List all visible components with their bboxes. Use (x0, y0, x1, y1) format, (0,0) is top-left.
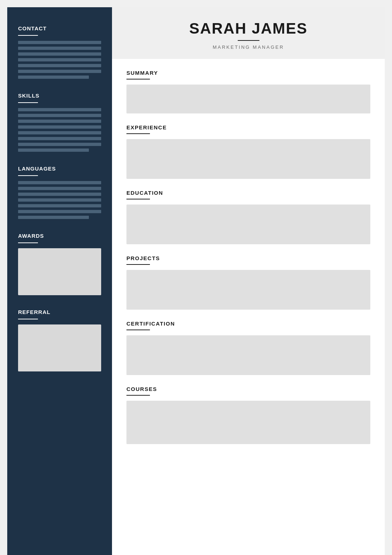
main-content: SARAH JAMES MARKETING MANAGER SUMMARY EX… (112, 7, 385, 555)
section-courses: COURSES (126, 386, 370, 444)
projects-content (126, 270, 370, 310)
skills-line-1 (18, 108, 101, 111)
contact-line-3 (18, 52, 101, 56)
languages-line-6 (18, 210, 101, 213)
certification-divider (126, 330, 150, 330)
courses-title: COURSES (126, 386, 370, 392)
contact-line-7 (18, 76, 89, 79)
skills-line-6 (18, 137, 101, 140)
contact-line-1 (18, 41, 101, 44)
sidebar-contact-divider (18, 35, 38, 36)
experience-divider (126, 133, 150, 134)
section-education: EDUCATION (126, 190, 370, 244)
referral-box (18, 324, 101, 371)
contact-line-4 (18, 58, 101, 61)
sidebar-section-awards: AWARDS (18, 233, 101, 295)
section-projects: PROJECTS (126, 255, 370, 310)
section-summary: SUMMARY (126, 70, 370, 113)
skills-line-5 (18, 131, 101, 134)
sidebar-referral-title: REFERRAL (18, 309, 101, 315)
sidebar-skills-title: SKILLS (18, 92, 101, 99)
sidebar-section-languages: LANGUAGES (18, 165, 101, 219)
sidebar-languages-divider (18, 175, 38, 176)
contact-lines (18, 41, 101, 79)
languages-line-2 (18, 187, 101, 190)
experience-title: EXPERIENCE (126, 124, 370, 130)
section-experience: EXPERIENCE (126, 124, 370, 179)
courses-content (126, 401, 370, 444)
languages-line-3 (18, 193, 101, 196)
contact-line-5 (18, 64, 101, 67)
contact-line-6 (18, 70, 101, 73)
awards-box (18, 248, 101, 295)
sidebar-section-referral: REFERRAL (18, 309, 101, 371)
sidebar-awards-divider (18, 242, 38, 243)
skills-line-4 (18, 125, 101, 129)
skills-line-8 (18, 149, 89, 152)
projects-divider (126, 264, 150, 265)
sidebar-referral-divider (18, 319, 38, 319)
languages-line-4 (18, 198, 101, 202)
skills-line-3 (18, 120, 101, 123)
skills-line-2 (18, 114, 101, 117)
experience-content (126, 139, 370, 179)
sidebar-section-contact: CONTACT (18, 25, 101, 79)
certification-title: CERTIFICATION (126, 320, 370, 327)
languages-line-7 (18, 216, 89, 219)
sidebar-section-skills: SKILLS (18, 92, 101, 152)
sidebar-languages-title: LANGUAGES (18, 165, 101, 172)
sidebar: CONTACT SKILLS (7, 7, 112, 555)
skills-line-7 (18, 143, 101, 146)
sidebar-awards-title: AWARDS (18, 233, 101, 239)
resume-header: SARAH JAMES MARKETING MANAGER (112, 7, 385, 59)
summary-title: SUMMARY (126, 70, 370, 76)
languages-line-1 (18, 181, 101, 184)
languages-lines (18, 181, 101, 219)
certification-content (126, 335, 370, 375)
education-title: EDUCATION (126, 190, 370, 196)
header-divider (238, 40, 259, 41)
courses-divider (126, 395, 150, 396)
skills-lines (18, 108, 101, 152)
projects-title: PROJECTS (126, 255, 370, 261)
section-certification: CERTIFICATION (126, 320, 370, 375)
contact-line-2 (18, 47, 101, 50)
summary-divider (126, 79, 150, 79)
summary-content (126, 85, 370, 113)
education-divider (126, 199, 150, 199)
candidate-name: SARAH JAMES (126, 20, 370, 37)
education-content (126, 205, 370, 244)
languages-line-5 (18, 204, 101, 207)
candidate-title: MARKETING MANAGER (126, 44, 370, 50)
sidebar-contact-title: CONTACT (18, 25, 101, 31)
sidebar-skills-divider (18, 102, 38, 103)
resume-container: CONTACT SKILLS (7, 7, 385, 555)
